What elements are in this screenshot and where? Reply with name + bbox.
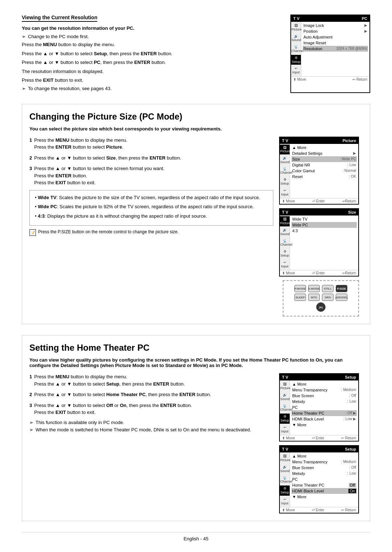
tv-sidebar-picture: 🖼Picture 🔊Sound 📡Channel ⚙Setup ↩Input ▲… <box>280 144 358 198</box>
tv-icon-setup-s1: ⚙Setup <box>280 414 290 424</box>
menu-item-43: 4:3 <box>291 228 357 234</box>
tv-menu-items-size: Wide TV Wide PC 4:3 <box>290 215 358 270</box>
tv-footer-setup2: ⬆ Move ⏎ Enter ↩ Return <box>280 507 358 513</box>
section-heading: Viewing the Current Resolution <box>22 15 97 22</box>
s2-bluescreen: Blue Screen: Off <box>291 465 357 471</box>
tv-box-picture-header: T V Picture <box>280 137 358 144</box>
tv-footer-pc: ⬆ Move ↩ Return <box>291 76 369 82</box>
hometheater-diagrams: T V Setup 🖼Picture 🔊Sound 📡Channel ⚙Setu… <box>279 373 363 513</box>
section-picture-size: Changing the Picture Size (PC Mode) You … <box>22 104 370 325</box>
tv-icon-list-picture: 🖼Picture 🔊Sound 📡Channel ⚙Setup ↩Input <box>280 144 290 198</box>
step-select-pc: Press the ▲ or ▼ button to select PC, th… <box>22 59 283 66</box>
bullet-widetv: Wide TV: Scales the picture to the size … <box>35 194 268 201</box>
tv-menu-pc: T V PC 🖼Picture 🔊Sound 📡Channel ⚙Setup ↩… <box>290 15 370 93</box>
smode-btn: S.MODE <box>308 285 320 292</box>
still-btn: STILL <box>322 285 334 292</box>
tv-icon-list-pc: 🖼Picture 🔊Sound 📡Channel ⚙Setup ↩Input <box>291 22 301 76</box>
s2-moredown: ▼ More <box>291 494 357 500</box>
ht-step-2: 2 Press the ▲ or ▼ button to select Home… <box>29 391 273 398</box>
tv-icon-sound-s2: 🔊Sound <box>280 464 290 474</box>
tv-icon-setup-selected: ⚙Setup <box>291 55 301 65</box>
step-press-menu: Press the MENU button to display the men… <box>22 41 283 48</box>
tv-sidebar-setup1: 🖼Picture 🔊Sound 📡Channel ⚙Setup ↩Input ▲… <box>280 380 358 435</box>
menu-item-imagereset: Image Reset <box>303 40 368 46</box>
tv-sidebar-pc: 🖼Picture 🔊Sound 📡Channel ⚙Setup ↩Input I… <box>291 22 369 76</box>
bullet-43: 4:3: Displays the picture as it is witho… <box>35 213 268 220</box>
tv-menu-setup2: T V Setup 🖼Picture 🔊Sound 📡Channel ⚙Setu… <box>279 445 359 513</box>
tv-icon-picture-sel: 🖼Picture <box>280 145 290 155</box>
tv-icon-input2: ↩Input <box>280 188 290 198</box>
tv-icon-setup-size: ⚙Setup <box>280 249 290 259</box>
page-footer: English - 45 <box>22 532 370 541</box>
menu-item-position: Position▶ <box>303 28 368 34</box>
bullet-widepc: Wide PC: Scales the picture to 92% of th… <box>35 203 268 210</box>
s2-hdmiblack: HDMI Black Level On <box>291 488 357 494</box>
step-resolution-displayed: The resolution information is displayed. <box>22 68 283 75</box>
hometheater-steps: 1 Press the MENU button to display the m… <box>29 373 273 513</box>
sleep-btn: SLEEP <box>294 294 306 301</box>
tv-icon-list-size: 🖼Picture 🔊Sound 📡Channel ⚙Setup ↩Input <box>280 215 290 270</box>
remote-row-3: (●) <box>316 302 326 312</box>
tv-icon-picture: 🖼Picture <box>291 23 301 33</box>
tv-icon-list-setup1: 🖼Picture 🔊Sound 📡Channel ⚙Setup ↩Input <box>280 380 290 435</box>
remote-row-2: SLEEP MTS SRS ADD/DEL <box>294 294 347 301</box>
remote-control-diagram: P.MODE S.MODE STILL P.SIZE SLEEP <box>283 280 359 317</box>
tv-menu-items-pc: Image Lock▶ Position▶ Auto Adjustment Im… <box>301 22 369 76</box>
picture-diagrams: T V Picture 🖼Picture 🔊Sound 📡Channel ⚙Se… <box>279 137 363 317</box>
tv-icon-picture-size: 🖼Picture <box>280 216 290 226</box>
tv-menu-items-setup2: ▲ More Menu Transparency: Medium Blue Sc… <box>290 452 358 507</box>
step-1-picture: 1 Press the MENU button to display the m… <box>29 137 273 151</box>
note-icon: 📝 <box>29 229 36 236</box>
s1-bluescreen: Blue Screen: Off <box>291 393 357 399</box>
srs-btn: SRS <box>322 294 334 301</box>
s1-moredown: ▼ More <box>291 422 357 428</box>
menu-item-dnr: Digital NR: Low <box>291 162 357 168</box>
tv-icon-channel-s2: 📡Channel <box>280 475 290 485</box>
section-viewing: Viewing the Current Resolution You can g… <box>22 15 370 93</box>
tv-menu-picture: T V Picture 🖼Picture 🔊Sound 📡Channel ⚙Se… <box>279 137 359 205</box>
s2-more: ▲ More <box>291 453 357 459</box>
tv-icon-input-size: ↩Input <box>280 259 290 270</box>
ht-step-3: 3 Press the ▲ or ▼ button to select Off … <box>29 402 273 416</box>
s1-hometheater: Home Theater PC: Off ▶ <box>291 410 357 416</box>
s2-pc: PC <box>291 476 357 482</box>
tv-menu-size: T V Size 🖼Picture 🔊Sound 📡Channel ⚙Setup… <box>279 208 359 277</box>
tv-footer-setup1: ⬆ Move ⏎ Enter ↩ Return <box>280 435 358 441</box>
tv-icon-input-s2: ↩Input <box>280 496 290 507</box>
mts-btn: MTS <box>308 294 320 301</box>
s1-more: ▲ More <box>291 381 357 387</box>
footer-label: English - 45 <box>184 536 209 541</box>
size-options-box: Wide TV: Scales the picture to the size … <box>29 190 273 226</box>
s1-melody: Melody: Low <box>291 399 357 404</box>
s2-melody: Melody: Low <box>291 471 357 476</box>
tv-box-size-header: T V Size <box>280 209 358 215</box>
step-select-setup: Press the ▲ or ▼ button to select Setup,… <box>22 50 283 57</box>
step-exit: Press the EXIT button to exit. <box>22 77 283 84</box>
tv-menu-items-picture: ▲ More Detailed Settings▶ Size: Wide PC … <box>290 144 358 198</box>
tv-icon-channel: 📡Channel <box>291 44 301 54</box>
tv-icon-input-s1: ↩Input <box>280 424 290 435</box>
menu-item-autoadjust: Auto Adjustment <box>303 34 368 40</box>
tv-menu-setup1: T V Setup 🖼Picture 🔊Sound 📡Channel ⚙Setu… <box>279 373 359 442</box>
remote-row-1: P.MODE S.MODE STILL P.SIZE <box>294 285 347 292</box>
tv-icon-sound2: 🔊Sound <box>280 155 290 165</box>
s2-hometheater: Home Theater PC Off <box>291 482 357 488</box>
menu-item-detailed: Detailed Settings▶ <box>291 150 357 156</box>
menu-item-resolution: Resolution1024 x 768 @60Hz <box>303 46 368 52</box>
circle-btn: (●) <box>316 302 326 312</box>
step-2-picture: 2 Press the ▲ or ▼ button to select Size… <box>29 154 273 162</box>
tv-menu-items-setup1: ▲ More Menu Transparency: Medium Blue Sc… <box>290 380 358 435</box>
tv-setup1-header: T V Setup <box>280 374 358 380</box>
section-picture-title: Changing the Picture Size (PC Mode) <box>29 112 363 122</box>
menu-item-imagelock: Image Lock▶ <box>303 23 368 28</box>
ht-tip-1: This function is available only in PC mo… <box>29 420 273 425</box>
picture-steps: 1 Press the MENU button to display the m… <box>29 137 273 317</box>
tv-icon-channel-s1: 📡Channel <box>280 403 290 413</box>
tv-sidebar-size: 🖼Picture 🔊Sound 📡Channel ⚙Setup ↩Input W… <box>280 215 358 270</box>
ht-step-1: 1 Press the MENU button to display the m… <box>29 373 273 387</box>
tv-footer-size: ⬆ Move ⏎ Enter ↩Return <box>280 270 358 276</box>
s2-menutrans: Menu Transparency: Medium <box>291 459 357 465</box>
tv-icon-sound: 🔊Sound <box>291 33 301 44</box>
tv-icon-channel-size: 📡Channel <box>280 238 290 248</box>
tv-icon-list-setup2: 🖼Picture 🔊Sound 📡Channel ⚙Setup ↩Input <box>280 452 290 507</box>
